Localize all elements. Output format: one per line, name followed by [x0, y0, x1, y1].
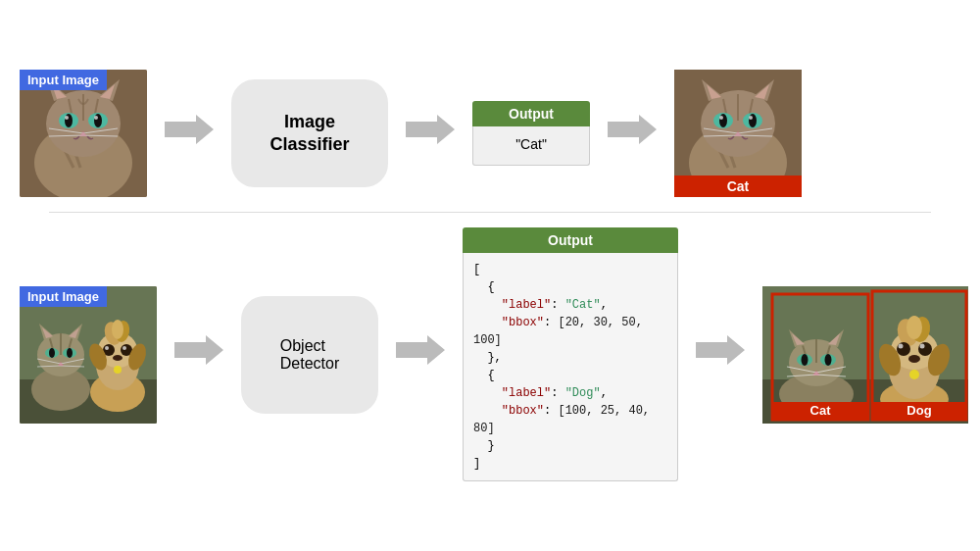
divider [49, 212, 931, 213]
svg-point-119 [908, 355, 920, 363]
classifier-row: Input Image [20, 70, 960, 197]
arrow-6 [696, 332, 745, 376]
output-box-2: Output [ { "label": "Cat", "bbox": [20, … [463, 227, 678, 481]
svg-point-115 [918, 342, 932, 356]
arrow-5 [396, 332, 445, 376]
output-value-1: "Cat" [472, 126, 590, 166]
svg-marker-85 [396, 335, 445, 365]
svg-point-42 [719, 116, 723, 120]
svg-point-114 [897, 342, 910, 356]
svg-point-78 [105, 346, 109, 350]
output-header-1: Output [472, 101, 590, 126]
svg-point-41 [749, 114, 757, 127]
svg-point-101 [802, 354, 808, 366]
result-label-cat: Cat [674, 175, 802, 197]
svg-marker-23 [165, 115, 214, 144]
arrow-1 [165, 112, 214, 156]
svg-point-102 [825, 354, 832, 366]
svg-point-81 [113, 355, 122, 361]
json-val-bbox2: [100, 25, 40, 80] [473, 404, 650, 435]
svg-point-75 [112, 320, 123, 339]
json-val-dog: "Dog" [565, 386, 601, 400]
svg-point-17 [94, 116, 98, 120]
input-label-1: Input Image [20, 70, 107, 90]
json-val-cat: "Cat" [565, 298, 601, 312]
svg-point-64 [67, 348, 73, 358]
output-header-2: Output [463, 227, 678, 253]
svg-text:Dog: Dog [906, 403, 931, 418]
arrow-3 [608, 112, 657, 156]
svg-text:Cat: Cat [810, 403, 832, 418]
svg-point-43 [749, 116, 753, 120]
svg-point-116 [899, 343, 904, 348]
svg-marker-24 [406, 115, 455, 144]
detector-row: Input Image [20, 227, 960, 481]
arrow-4 [174, 332, 223, 376]
json-key-bbox1: "bbox" [502, 316, 544, 329]
svg-point-113 [906, 316, 922, 339]
svg-point-79 [122, 346, 126, 350]
svg-point-40 [719, 114, 727, 127]
classifier-label: ImageClassifier [270, 111, 349, 157]
detector-label: ObjectDetector [280, 337, 339, 373]
svg-point-63 [49, 348, 55, 358]
json-val-bbox1: [20, 30, 50, 100] [473, 316, 643, 347]
svg-point-16 [65, 116, 69, 120]
input-image-box-1: Input Image [20, 70, 147, 197]
svg-point-118 [909, 370, 919, 379]
svg-point-117 [920, 343, 925, 348]
result-animals-svg: Cat Dog [762, 286, 968, 424]
svg-marker-84 [174, 335, 223, 365]
svg-marker-25 [608, 115, 657, 144]
input-image-box-2: Input Image [20, 286, 157, 424]
result-image-2: Cat Dog [762, 286, 968, 424]
result-image-1: Cat [674, 70, 802, 197]
cat-dog-svg [20, 286, 157, 424]
svg-point-15 [94, 114, 102, 127]
classifier-box: ImageClassifier [231, 79, 388, 187]
svg-marker-86 [696, 335, 745, 365]
svg-point-14 [65, 114, 73, 127]
json-key-bbox2: "bbox" [502, 404, 544, 418]
output-box-1: Output "Cat" [472, 101, 590, 166]
output-json: [ { "label": "Cat", "bbox": [20, 30, 50,… [463, 253, 678, 481]
json-key-label1: "label" [502, 298, 551, 312]
svg-point-80 [114, 366, 122, 374]
json-key-label2: "label" [502, 386, 551, 400]
cat-dog-image [20, 286, 157, 424]
arrow-2 [406, 112, 455, 156]
detector-box: ObjectDetector [241, 296, 378, 414]
input-label-2: Input Image [20, 286, 107, 307]
